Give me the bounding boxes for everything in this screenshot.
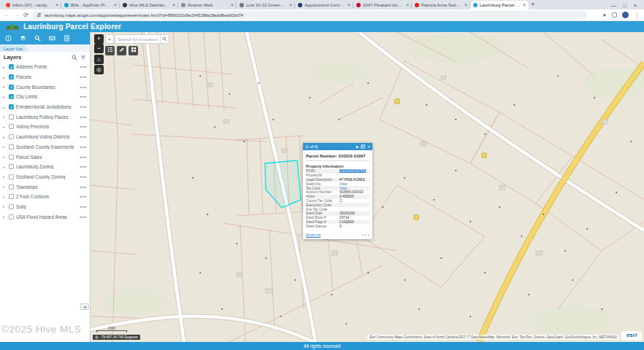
zoom-out-button[interactable]: − — [94, 44, 104, 53]
panel-collapse-button[interactable]: ◄ — [80, 303, 89, 310]
tab-close-icon[interactable]: × — [114, 3, 117, 7]
deed-info-link[interactable]: View — [340, 182, 369, 186]
expand-caret-icon[interactable]: ▸ — [3, 105, 7, 109]
layer-item-contours[interactable]: ▸2 Foot Contours●●● — [0, 192, 90, 202]
layer-item-parcel-sales[interactable]: ▸Parcel Sales●●● — [0, 152, 90, 162]
browser-tab-appfolio[interactable]: Bills - AppFolio Property Mana× — [61, 1, 120, 9]
search-icon[interactable] — [34, 35, 41, 42]
browser-tab-reamis[interactable]: Reamis Web× — [178, 1, 237, 9]
layer-item-polling-places[interactable]: ▸Laurinburg Polling Places●●● — [0, 112, 90, 122]
my-location-button[interactable]: ◎ — [94, 65, 104, 74]
tab-close-icon[interactable]: × — [464, 3, 467, 7]
layer-checkbox[interactable] — [9, 94, 14, 99]
home-extent-button[interactable]: ⌂ — [94, 55, 104, 64]
zoom-in-button[interactable]: + — [94, 34, 104, 44]
search-input[interactable] — [115, 37, 160, 42]
expand-caret-icon[interactable]: ▸ — [3, 195, 7, 199]
layer-search-icon[interactable] — [72, 55, 77, 61]
popup-next-icon[interactable]: ▶ — [356, 144, 359, 149]
window-maximize-button[interactable]: □ — [624, 3, 626, 8]
layer-checkbox[interactable] — [9, 114, 14, 120]
layer-checkbox[interactable] — [9, 204, 14, 209]
legend-button[interactable] — [105, 46, 115, 55]
browser-menu-icon[interactable]: ⋮ — [634, 12, 640, 18]
layer-menu-icon[interactable]: ●●● — [80, 105, 87, 109]
map-viewport[interactable]: + − ⌂ ◎ ▼ (1 of 6) ▶ × — [91, 32, 644, 342]
layer-menu-icon[interactable]: ●●● — [80, 65, 87, 69]
layer-item-address-points[interactable]: ▸Address Points●●● — [0, 62, 90, 72]
layer-menu-icon[interactable]: ●●● — [80, 75, 87, 79]
layer-checkbox[interactable] — [9, 155, 14, 160]
extensions-icon[interactable] — [612, 12, 617, 18]
browser-tab-gmail[interactable]: Inbox (97) - randymccarty@gm× — [3, 1, 61, 9]
layer-checkbox[interactable] — [9, 85, 14, 90]
layer-checkbox[interactable] — [9, 134, 14, 139]
layer-menu-icon[interactable]: ●●● — [80, 195, 87, 198]
popup-titlebar[interactable]: (1 of 6) ▶ × — [303, 143, 372, 150]
layer-item-laurinburg-zoning[interactable]: ▸Laurinburg Zoning●●● — [0, 162, 90, 172]
layer-checkbox[interactable] — [9, 164, 14, 169]
basemap-gallery-button[interactable] — [129, 46, 138, 55]
layer-checkbox[interactable] — [9, 194, 14, 199]
tab-layer-list[interactable]: Layer List — [0, 45, 28, 52]
tab-close-icon[interactable]: × — [523, 3, 526, 7]
layer-menu-icon[interactable]: ●●● — [80, 185, 87, 189]
profile-avatar[interactable] — [622, 12, 629, 18]
layer-menu-icon[interactable]: ●●● — [80, 135, 87, 139]
browser-tab-appointment[interactable]: Appointment Center - Staff - S× — [295, 1, 353, 9]
search-source-dropdown[interactable]: ▼ — [105, 34, 114, 44]
layer-menu-icon[interactable]: ●●● — [80, 85, 87, 89]
layer-checkbox[interactable] — [9, 184, 14, 190]
browser-tab-greenbrier[interactable]: Lots 10-12 Greenbrier Street N× — [237, 1, 295, 9]
expand-caret-icon[interactable]: ▸ — [3, 125, 7, 129]
layer-checkbox[interactable] — [9, 214, 14, 219]
site-settings-icon[interactable] — [37, 12, 42, 18]
layer-item-extraterritorial[interactable]: ▸Extraterritorial Jurisdictions●●● — [0, 102, 90, 112]
popup-expand-icon[interactable] — [361, 144, 365, 149]
expand-caret-icon[interactable]: ▸ — [3, 184, 7, 189]
expand-caret-icon[interactable]: ▸ — [3, 95, 7, 99]
expand-caret-icon[interactable]: ▸ — [3, 65, 7, 69]
forward-button[interactable]: → — [14, 12, 20, 19]
measure-icon[interactable] — [49, 35, 55, 42]
layer-menu-icon[interactable]: ●●● — [80, 205, 87, 209]
expand-caret-icon[interactable]: ▸ — [3, 204, 7, 209]
back-button[interactable]: ← — [4, 12, 10, 19]
reload-button[interactable]: ⟳ — [23, 12, 28, 19]
layer-checkbox[interactable] — [9, 104, 14, 109]
layer-menu-icon[interactable]: ●●● — [80, 115, 87, 119]
expand-caret-icon[interactable]: ▸ — [3, 174, 7, 179]
about-icon[interactable] — [5, 35, 12, 42]
tab-close-icon[interactable]: × — [406, 3, 409, 7]
layer-menu-icon[interactable]: ●●● — [80, 145, 87, 149]
tab-close-icon[interactable]: × — [55, 3, 58, 7]
layer-options-icon[interactable] — [80, 55, 86, 61]
expand-caret-icon[interactable]: ▸ — [3, 165, 7, 169]
layer-item-soils[interactable]: ▸Soils●●● — [0, 202, 90, 212]
layer-menu-icon[interactable]: ●●● — [80, 215, 87, 219]
expand-caret-icon[interactable]: ▸ — [3, 135, 7, 139]
layer-menu-icon[interactable]: ●●● — [80, 155, 87, 159]
layer-checkbox[interactable] — [9, 174, 14, 179]
tax-card-link[interactable]: View — [340, 187, 369, 190]
window-minimize-button[interactable]: — — [611, 3, 616, 8]
layer-item-voting-districts[interactable]: ▸Laurinburg Voting Districts●●● — [0, 132, 90, 142]
tab-close-icon[interactable]: × — [172, 3, 175, 7]
expand-caret-icon[interactable]: ▸ — [3, 114, 7, 119]
expand-caret-icon[interactable]: ▸ — [3, 155, 7, 159]
layer-checkbox[interactable] — [9, 124, 14, 129]
browser-tab-hive-mls[interactable]: Hive MLS Dashboard× — [120, 1, 178, 9]
layer-checkbox[interactable] — [9, 64, 14, 69]
new-tab-button[interactable]: + — [529, 1, 537, 9]
expand-caret-icon[interactable]: ▸ — [3, 214, 7, 219]
layer-menu-icon[interactable]: ●●● — [80, 125, 87, 128]
zoom-to-link[interactable]: Zoom to — [306, 233, 362, 237]
tab-close-icon[interactable]: × — [289, 3, 292, 7]
expand-caret-icon[interactable]: ▸ — [3, 75, 7, 79]
selected-text[interactable]: 0102160100700 — [340, 169, 366, 173]
layer-item-townships[interactable]: ▸Townships●●● — [0, 182, 90, 192]
layer-menu-icon[interactable]: ●●● — [80, 95, 87, 98]
layer-item-county-easements[interactable]: ▸Scotland County Easements●●● — [0, 142, 90, 152]
layer-item-voting-precincts[interactable]: ▸Voting Precincts●●● — [0, 122, 90, 132]
report-icon[interactable] — [64, 35, 70, 42]
